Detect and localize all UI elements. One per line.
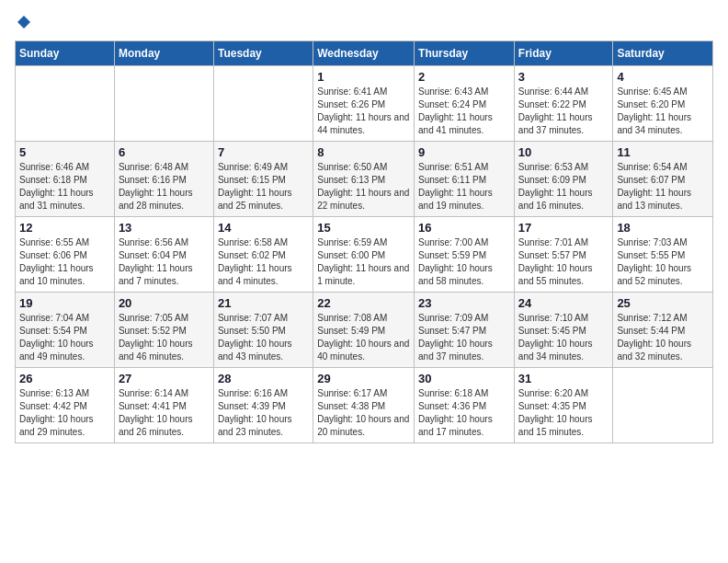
day-number: 3 — [518, 70, 609, 84]
day-info: Sunrise: 6:18 AM Sunset: 4:36 PM Dayligh… — [418, 387, 510, 439]
calendar-cell: 25Sunrise: 7:12 AM Sunset: 5:44 PM Dayli… — [613, 293, 713, 368]
day-info: Sunrise: 7:07 AM Sunset: 5:50 PM Dayligh… — [218, 312, 309, 363]
day-number: 31 — [518, 372, 609, 385]
day-number: 4 — [617, 70, 709, 84]
calendar-cell: 14Sunrise: 6:58 AM Sunset: 6:02 PM Dayli… — [213, 217, 313, 293]
day-info: Sunrise: 7:05 AM Sunset: 5:52 PM Dayligh… — [119, 312, 210, 363]
day-number: 23 — [418, 296, 510, 310]
calendar-header-row: SundayMondayTuesdayWednesdayThursdayFrid… — [16, 41, 713, 66]
calendar-cell: 23Sunrise: 7:09 AM Sunset: 5:47 PM Dayli… — [415, 293, 515, 368]
calendar-header-monday: Monday — [114, 41, 213, 66]
calendar-cell: 31Sunrise: 6:20 AM Sunset: 4:35 PM Dayli… — [514, 368, 613, 443]
day-info: Sunrise: 6:56 AM Sunset: 6:04 PM Dayligh… — [119, 236, 210, 288]
day-info: Sunrise: 6:58 AM Sunset: 6:02 PM Dayligh… — [218, 236, 309, 288]
day-number: 22 — [317, 296, 410, 310]
calendar-cell: 13Sunrise: 6:56 AM Sunset: 6:04 PM Dayli… — [114, 217, 213, 293]
calendar-header-friday: Friday — [514, 41, 613, 66]
calendar-week-row: 12Sunrise: 6:55 AM Sunset: 6:06 PM Dayli… — [16, 217, 713, 293]
day-info: Sunrise: 6:20 AM Sunset: 4:35 PM Dayligh… — [518, 387, 609, 439]
day-info: Sunrise: 6:53 AM Sunset: 6:09 PM Dayligh… — [518, 161, 609, 213]
page-header — [15, 15, 713, 29]
day-number: 2 — [418, 70, 510, 84]
calendar-cell: 15Sunrise: 6:59 AM Sunset: 6:00 PM Dayli… — [313, 217, 415, 293]
day-info: Sunrise: 7:10 AM Sunset: 5:45 PM Dayligh… — [518, 312, 609, 363]
day-info: Sunrise: 6:13 AM Sunset: 4:42 PM Dayligh… — [19, 387, 110, 439]
day-info: Sunrise: 6:48 AM Sunset: 6:16 PM Dayligh… — [119, 161, 210, 213]
day-info: Sunrise: 7:08 AM Sunset: 5:49 PM Dayligh… — [317, 312, 410, 363]
calendar-cell: 5Sunrise: 6:46 AM Sunset: 6:18 PM Daylig… — [16, 142, 115, 217]
day-number: 5 — [19, 145, 110, 159]
calendar-cell: 10Sunrise: 6:53 AM Sunset: 6:09 PM Dayli… — [514, 142, 613, 217]
day-number: 16 — [418, 221, 510, 235]
day-number: 13 — [119, 221, 210, 235]
calendar-cell: 6Sunrise: 6:48 AM Sunset: 6:16 PM Daylig… — [114, 142, 213, 217]
day-number: 21 — [218, 296, 309, 310]
calendar-cell — [16, 66, 115, 142]
day-number: 19 — [19, 296, 110, 310]
day-number: 10 — [518, 145, 609, 159]
calendar-cell: 18Sunrise: 7:03 AM Sunset: 5:55 PM Dayli… — [613, 217, 713, 293]
calendar-cell: 1Sunrise: 6:41 AM Sunset: 6:26 PM Daylig… — [313, 66, 415, 142]
calendar-cell: 29Sunrise: 6:17 AM Sunset: 4:38 PM Dayli… — [313, 368, 415, 443]
calendar-week-row: 1Sunrise: 6:41 AM Sunset: 6:26 PM Daylig… — [16, 66, 713, 142]
day-info: Sunrise: 7:01 AM Sunset: 5:57 PM Dayligh… — [518, 236, 609, 288]
calendar-cell: 7Sunrise: 6:49 AM Sunset: 6:15 PM Daylig… — [213, 142, 313, 217]
day-info: Sunrise: 6:16 AM Sunset: 4:39 PM Dayligh… — [218, 387, 309, 439]
calendar-cell: 24Sunrise: 7:10 AM Sunset: 5:45 PM Dayli… — [514, 293, 613, 368]
day-info: Sunrise: 7:09 AM Sunset: 5:47 PM Dayligh… — [418, 312, 510, 363]
day-number: 9 — [418, 145, 510, 159]
day-number: 15 — [317, 221, 410, 235]
day-info: Sunrise: 6:59 AM Sunset: 6:00 PM Dayligh… — [317, 236, 410, 288]
day-info: Sunrise: 7:12 AM Sunset: 5:44 PM Dayligh… — [617, 312, 709, 363]
day-number: 26 — [19, 372, 110, 385]
calendar-cell: 2Sunrise: 6:43 AM Sunset: 6:24 PM Daylig… — [415, 66, 515, 142]
day-number: 17 — [518, 221, 609, 235]
calendar-cell: 28Sunrise: 6:16 AM Sunset: 4:39 PM Dayli… — [213, 368, 313, 443]
calendar-cell: 20Sunrise: 7:05 AM Sunset: 5:52 PM Dayli… — [114, 293, 213, 368]
day-number: 11 — [617, 145, 709, 159]
calendar-cell: 12Sunrise: 6:55 AM Sunset: 6:06 PM Dayli… — [16, 217, 115, 293]
calendar-cell — [114, 66, 213, 142]
calendar-cell: 26Sunrise: 6:13 AM Sunset: 4:42 PM Dayli… — [16, 368, 115, 443]
day-number: 12 — [19, 221, 110, 235]
day-info: Sunrise: 6:44 AM Sunset: 6:22 PM Dayligh… — [518, 86, 609, 137]
day-number: 24 — [518, 296, 609, 310]
calendar-cell: 9Sunrise: 6:51 AM Sunset: 6:11 PM Daylig… — [415, 142, 515, 217]
day-info: Sunrise: 6:14 AM Sunset: 4:41 PM Dayligh… — [119, 387, 210, 439]
calendar-header-saturday: Saturday — [613, 41, 713, 66]
calendar-week-row: 26Sunrise: 6:13 AM Sunset: 4:42 PM Dayli… — [16, 368, 713, 443]
calendar-cell — [613, 368, 713, 443]
day-number: 20 — [119, 296, 210, 310]
day-info: Sunrise: 7:04 AM Sunset: 5:54 PM Dayligh… — [19, 312, 110, 363]
day-info: Sunrise: 6:51 AM Sunset: 6:11 PM Dayligh… — [418, 161, 510, 213]
day-number: 14 — [218, 221, 309, 235]
day-number: 1 — [317, 70, 410, 84]
calendar-cell: 22Sunrise: 7:08 AM Sunset: 5:49 PM Dayli… — [313, 293, 415, 368]
calendar-header-sunday: Sunday — [16, 41, 115, 66]
calendar-header-thursday: Thursday — [415, 41, 515, 66]
calendar-cell: 11Sunrise: 6:54 AM Sunset: 6:07 PM Dayli… — [613, 142, 713, 217]
day-info: Sunrise: 7:00 AM Sunset: 5:59 PM Dayligh… — [418, 236, 510, 288]
logo — [15, 15, 31, 29]
svg-marker-0 — [17, 16, 30, 29]
calendar-cell: 30Sunrise: 6:18 AM Sunset: 4:36 PM Dayli… — [415, 368, 515, 443]
calendar-header-wednesday: Wednesday — [313, 41, 415, 66]
calendar-cell: 16Sunrise: 7:00 AM Sunset: 5:59 PM Dayli… — [415, 217, 515, 293]
calendar-cell: 19Sunrise: 7:04 AM Sunset: 5:54 PM Dayli… — [16, 293, 115, 368]
calendar-cell: 17Sunrise: 7:01 AM Sunset: 5:57 PM Dayli… — [514, 217, 613, 293]
calendar-cell: 4Sunrise: 6:45 AM Sunset: 6:20 PM Daylig… — [613, 66, 713, 142]
day-info: Sunrise: 7:03 AM Sunset: 5:55 PM Dayligh… — [617, 236, 709, 288]
calendar-week-row: 19Sunrise: 7:04 AM Sunset: 5:54 PM Dayli… — [16, 293, 713, 368]
calendar-table: SundayMondayTuesdayWednesdayThursdayFrid… — [15, 40, 713, 443]
calendar-cell: 8Sunrise: 6:50 AM Sunset: 6:13 PM Daylig… — [313, 142, 415, 217]
day-number: 6 — [119, 145, 210, 159]
day-info: Sunrise: 6:46 AM Sunset: 6:18 PM Dayligh… — [19, 161, 110, 213]
day-info: Sunrise: 6:55 AM Sunset: 6:06 PM Dayligh… — [19, 236, 110, 288]
day-number: 18 — [617, 221, 709, 235]
day-number: 25 — [617, 296, 709, 310]
day-info: Sunrise: 6:17 AM Sunset: 4:38 PM Dayligh… — [317, 387, 410, 439]
day-number: 7 — [218, 145, 309, 159]
calendar-cell: 21Sunrise: 7:07 AM Sunset: 5:50 PM Dayli… — [213, 293, 313, 368]
day-info: Sunrise: 6:43 AM Sunset: 6:24 PM Dayligh… — [418, 86, 510, 137]
day-info: Sunrise: 6:45 AM Sunset: 6:20 PM Dayligh… — [617, 86, 709, 137]
